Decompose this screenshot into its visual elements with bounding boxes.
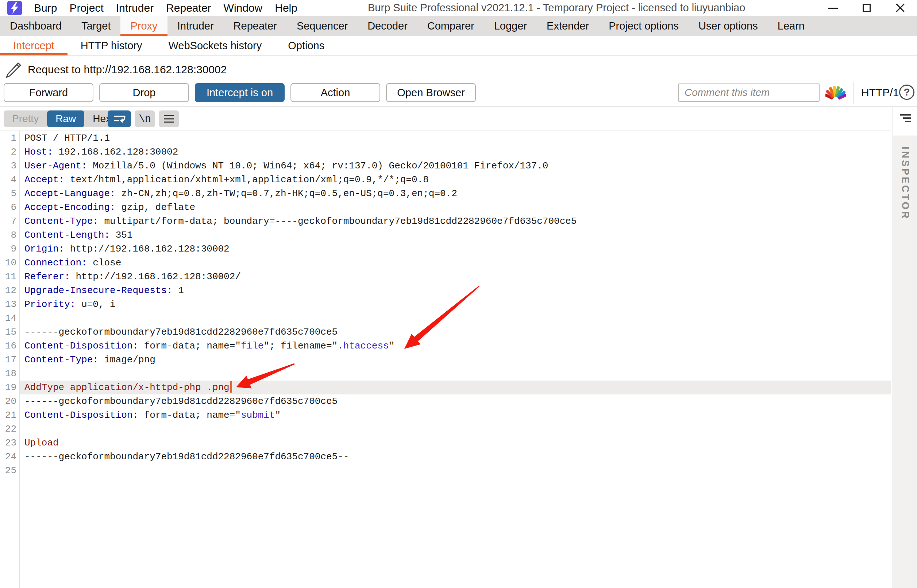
plain-text: form-data; name=" — [138, 410, 241, 421]
plain-text: gzip, deflate — [116, 202, 195, 213]
editor-line-14[interactable]: 14 — [0, 311, 891, 325]
editor-line-5[interactable]: 5Accept-Language: zh-CN,zh;q=0.8,zh-TW;q… — [0, 187, 891, 200]
editor-line-16[interactable]: 16Content-Disposition: form-data; name="… — [0, 339, 891, 353]
tab-sequencer[interactable]: Sequencer — [287, 16, 358, 36]
line-content: Referer: http://192.168.162.128:30002/ — [19, 270, 891, 284]
plain-text: Mozilla/5.0 (Windows NT 10.0; Win64; x64… — [87, 160, 548, 171]
menu-item-window[interactable]: Window — [217, 1, 269, 15]
line-content: Host: 192.168.162.128:30002 — [19, 145, 891, 159]
gutter-divider — [19, 131, 20, 588]
editor-line-11[interactable]: 11Referer: http://192.168.162.128:30002/ — [0, 270, 891, 284]
tab-target[interactable]: Target — [71, 16, 121, 36]
editor-line-6[interactable]: 6Accept-Encoding: gzip, deflate — [0, 200, 891, 214]
tab-repeater[interactable]: Repeater — [224, 16, 287, 36]
burp-logo-icon — [7, 1, 22, 15]
inspector-settings-icon[interactable] — [893, 113, 917, 124]
line-number: 1 — [0, 131, 16, 145]
tab-extender[interactable]: Extender — [537, 16, 599, 36]
editor-line-23[interactable]: 23Upload — [0, 436, 891, 450]
line-number: 10 — [0, 256, 16, 270]
editor-line-7[interactable]: 7Content-Type: multipart/form-data; boun… — [0, 214, 891, 228]
tab-proxy[interactable]: Proxy — [120, 16, 167, 36]
editor-menu-button[interactable] — [159, 110, 179, 127]
header-name: Priority: — [24, 299, 76, 310]
comment-input[interactable] — [678, 84, 820, 102]
editor-line-24[interactable]: 24------geckoformboundary7eb19d81cdd2282… — [0, 450, 891, 464]
line-number: 24 — [0, 450, 16, 464]
subtab-http-history[interactable]: HTTP history — [68, 36, 156, 55]
pretty-view-tab[interactable]: Pretty — [4, 110, 47, 127]
editor-line-9[interactable]: 9Origin: http://192.168.162.128:30002 — [0, 242, 891, 256]
request-editor[interactable]: 1POST / HTTP/1.12Host: 192.168.162.128:3… — [0, 131, 891, 588]
editor-line-22[interactable]: 22 — [0, 422, 891, 436]
line-content — [19, 311, 891, 325]
editor-line-12[interactable]: 12Upgrade-Insecure-Requests: 1 — [0, 284, 891, 297]
editor-line-20[interactable]: 20------geckoformboundary7eb19d81cdd2282… — [0, 394, 891, 408]
tab-project-options[interactable]: Project options — [599, 16, 689, 36]
editor-line-13[interactable]: 13Priority: u=0, i — [0, 297, 891, 311]
show-newlines-toggle[interactable]: \n — [134, 110, 155, 127]
menu-item-help[interactable]: Help — [269, 1, 304, 15]
editor-line-8[interactable]: 8Content-Length: 351 — [0, 228, 891, 242]
highlight-color-icon[interactable] — [825, 84, 846, 103]
plain-text: 192.168.162.128:30002 — [53, 147, 178, 157]
plain-text: close — [87, 257, 122, 268]
line-content — [19, 464, 891, 478]
raw-view-tab[interactable]: Raw — [47, 110, 84, 127]
subtab-intercept[interactable]: Intercept — [0, 36, 68, 55]
editor-line-2[interactable]: 2Host: 192.168.162.128:30002 — [0, 145, 891, 159]
intercept-toggle-button[interactable]: Intercept is on — [195, 83, 285, 102]
editor-line-1[interactable]: 1POST / HTTP/1.1 — [0, 131, 891, 145]
inspector-tab[interactable]: INSPECTOR — [893, 136, 917, 588]
line-number: 11 — [0, 270, 16, 284]
editor-line-3[interactable]: 3User-Agent: Mozilla/5.0 (Windows NT 10.… — [0, 159, 891, 173]
line-content — [19, 422, 891, 436]
tab-logger[interactable]: Logger — [484, 16, 537, 36]
menu-item-burp[interactable]: Burp — [28, 1, 63, 15]
active-subtab-underline — [0, 53, 68, 55]
drop-button[interactable]: Drop — [99, 83, 189, 102]
tab-comparer[interactable]: Comparer — [418, 16, 484, 36]
line-content: ------geckoformboundary7eb19d81cdd228296… — [19, 450, 891, 464]
close-button[interactable] — [883, 0, 917, 16]
header-name: User-Agent: — [24, 160, 87, 171]
editor-line-10[interactable]: 10Connection: close — [0, 256, 891, 270]
inspector-panel-collapsed[interactable]: INSPECTOR — [893, 107, 917, 588]
protocol-label: HTTP/1 — [861, 86, 899, 99]
subtab-options[interactable]: Options — [275, 36, 337, 55]
inspector-label: INSPECTOR — [899, 147, 911, 588]
minimize-button[interactable] — [816, 0, 850, 16]
editor-line-25[interactable]: 25 — [0, 464, 891, 478]
edit-pencil-icon — [5, 60, 22, 79]
tab-dashboard[interactable]: Dashboard — [0, 16, 71, 36]
line-content: Content-Length: 351 — [19, 228, 891, 242]
line-content: Connection: close — [19, 256, 891, 270]
line-number: 25 — [0, 464, 16, 478]
open-browser-button[interactable]: Open Browser — [386, 83, 476, 102]
action-button[interactable]: Action — [290, 83, 380, 102]
forward-button[interactable]: Forward — [4, 83, 93, 102]
tab-decoder[interactable]: Decoder — [358, 16, 418, 36]
word-wrap-toggle[interactable] — [108, 110, 131, 127]
menu-item-intruder[interactable]: Intruder — [110, 1, 160, 15]
editor-line-21[interactable]: 21Content-Disposition: form-data; name="… — [0, 408, 891, 422]
help-icon[interactable]: ? — [899, 85, 914, 100]
header-name: Accept-Encoding: — [24, 202, 116, 213]
menu-item-repeater[interactable]: Repeater — [160, 1, 217, 15]
editor-line-15[interactable]: 15------geckoformboundary7eb19d81cdd2282… — [0, 325, 891, 339]
window-title: Burp Suite Professional v2021.12.1 - Tem… — [368, 2, 745, 14]
editor-line-18[interactable]: 18 — [0, 367, 891, 381]
maximize-button[interactable] — [850, 0, 883, 16]
tab-user-options[interactable]: User options — [689, 16, 768, 36]
subtab-websockets-history[interactable]: WebSockets history — [156, 36, 275, 55]
editor-line-4[interactable]: 4Accept: text/html,application/xhtml+xml… — [0, 173, 891, 187]
editor-line-17[interactable]: 17Content-Type: image/png — [0, 353, 891, 367]
tab-learn[interactable]: Learn — [768, 16, 815, 36]
maximize-icon — [863, 4, 871, 12]
editor-line-19[interactable]: 19AddType application/x-httpd-php .png — [0, 381, 891, 394]
header-name: Content-Length: — [24, 229, 110, 241]
tab-intruder[interactable]: Intruder — [167, 16, 224, 36]
menu-item-project[interactable]: Project — [63, 1, 110, 15]
minimize-icon — [828, 8, 838, 9]
line-content: Accept-Encoding: gzip, deflate — [19, 200, 891, 214]
